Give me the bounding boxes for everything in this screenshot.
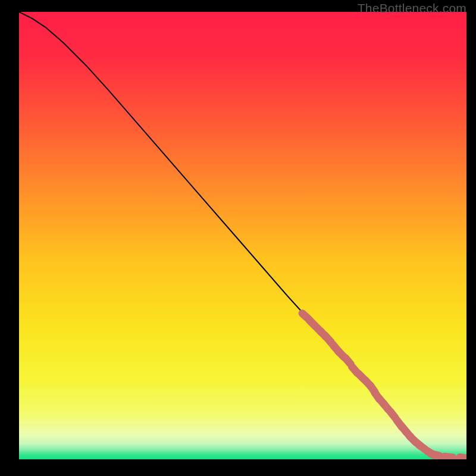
highlight-marker <box>345 358 350 364</box>
watermark-text: TheBottleneck.com <box>358 1 466 15</box>
gradient-background <box>19 12 466 459</box>
highlight-marker <box>390 411 396 418</box>
highlight-marker <box>444 457 453 458</box>
chart-frame <box>19 12 466 459</box>
highlight-marker <box>431 454 440 456</box>
chart-svg <box>19 12 466 459</box>
highlight-marker <box>460 458 466 459</box>
